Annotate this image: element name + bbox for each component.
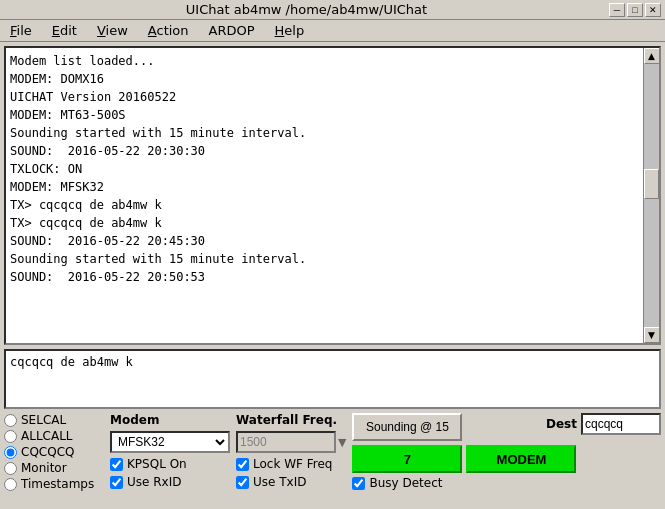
radio-cqcqcq-label: CQCQCQ (21, 445, 74, 459)
log-text[interactable]: Modem list loaded... MODEM: DOMX16 UIСHА… (6, 48, 643, 343)
waterfall-section: Waterfall Freq. ▼ Lock WF Freq Use TxID (236, 413, 346, 489)
radio-allcall-row: ALLCALL (4, 429, 104, 443)
kpsql-label: KPSQL On (127, 457, 187, 471)
sounding-button[interactable]: Sounding @ 15 (352, 413, 462, 441)
radio-selcal-label: SELCAL (21, 413, 66, 427)
number-button[interactable]: 7 (352, 445, 462, 473)
radio-timestamps[interactable] (4, 478, 17, 491)
message-input-area[interactable]: cqcqcq de ab4mw k (4, 349, 661, 409)
number-modem-row: 7 MODEM (352, 445, 661, 473)
radio-monitor[interactable] (4, 462, 17, 475)
kpsql-row: KPSQL On (110, 457, 230, 471)
userxid-checkbox[interactable] (110, 476, 123, 489)
busy-detect-checkbox[interactable] (352, 477, 365, 490)
dest-input[interactable] (581, 413, 661, 435)
maximize-button[interactable]: □ (627, 3, 643, 17)
menu-view[interactable]: View (91, 22, 134, 39)
log-scrollbar: ▲ ▼ (643, 48, 659, 343)
userxid-row: Use RxID (110, 475, 230, 489)
usetxid-label: Use TxID (253, 475, 306, 489)
lock-wf-checkbox[interactable] (236, 458, 249, 471)
radio-allcall-label: ALLCALL (21, 429, 73, 443)
usetxid-row: Use TxID (236, 475, 346, 489)
radio-cqcqcq[interactable] (4, 446, 17, 459)
log-area: Modem list loaded... MODEM: DOMX16 UIСHА… (4, 46, 661, 345)
main-container: Modem list loaded... MODEM: DOMX16 UIСHА… (0, 42, 665, 495)
sounding-dest-row: Sounding @ 15 Dest (352, 413, 661, 441)
menu-action[interactable]: Action (142, 22, 195, 39)
bottom-controls: SELCAL ALLCALL CQCQCQ Monitor Timestamps… (4, 413, 661, 491)
scroll-track[interactable] (644, 64, 659, 327)
modem-label: Modem (110, 413, 230, 427)
menu-bar: File Edit View Action ARDOP Help (0, 20, 665, 42)
modem-select-row: MFSK32 DOMX16 MT63-500S (110, 431, 230, 453)
wf-input-row: ▼ (236, 431, 346, 453)
scroll-up-button[interactable]: ▲ (644, 48, 660, 64)
scroll-down-button[interactable]: ▼ (644, 327, 660, 343)
radio-timestamps-row: Timestamps (4, 477, 104, 491)
radio-allcall[interactable] (4, 430, 17, 443)
radio-timestamps-label: Timestamps (21, 477, 94, 491)
action-rows: 7 MODEM Busy Detect (352, 445, 661, 490)
radio-group: SELCAL ALLCALL CQCQCQ Monitor Timestamps (4, 413, 104, 491)
waterfall-label: Waterfall Freq. (236, 413, 346, 427)
lock-wf-row: Lock WF Freq (236, 457, 346, 471)
busy-detect-row: Busy Detect (352, 476, 661, 490)
busy-detect-label: Busy Detect (369, 476, 442, 490)
window-controls: ─ □ ✕ (609, 3, 661, 17)
modem-section: Modem MFSK32 DOMX16 MT63-500S KPSQL On U… (110, 413, 230, 489)
radio-monitor-row: Monitor (4, 461, 104, 475)
menu-help[interactable]: Help (269, 22, 311, 39)
close-button[interactable]: ✕ (645, 3, 661, 17)
radio-cqcqcq-row: CQCQCQ (4, 445, 104, 459)
waterfall-freq-input[interactable] (236, 431, 336, 453)
radio-monitor-label: Monitor (21, 461, 67, 475)
radio-selcal[interactable] (4, 414, 17, 427)
usetxid-checkbox[interactable] (236, 476, 249, 489)
modem-select[interactable]: MFSK32 DOMX16 MT63-500S (110, 431, 230, 453)
minimize-button[interactable]: ─ (609, 3, 625, 17)
userxid-label: Use RxID (127, 475, 181, 489)
modem-button[interactable]: MODEM (466, 445, 576, 473)
menu-edit[interactable]: Edit (46, 22, 83, 39)
menu-ardop[interactable]: ARDOP (203, 22, 261, 39)
kpsql-checkbox[interactable] (110, 458, 123, 471)
title-bar: UIChat ab4mw /home/ab4mw/UIChat ─ □ ✕ (0, 0, 665, 20)
menu-file[interactable]: File (4, 22, 38, 39)
lock-wf-label: Lock WF Freq (253, 457, 332, 471)
right-section: Sounding @ 15 Dest 7 MODEM Busy Detect (352, 413, 661, 490)
scroll-thumb[interactable] (644, 169, 659, 199)
dest-label: Dest (546, 417, 577, 431)
radio-selcal-row: SELCAL (4, 413, 104, 427)
window-title: UIChat ab4mw /home/ab4mw/UIChat (4, 2, 609, 17)
